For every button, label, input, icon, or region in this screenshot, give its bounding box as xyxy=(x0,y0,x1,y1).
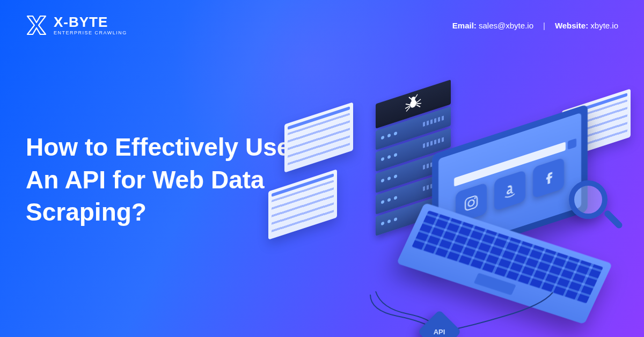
api-wires: API xyxy=(365,289,558,337)
brand-logo: X-BYTE ENTERPRISE CRAWLING xyxy=(26,15,127,35)
website-label: Website: xyxy=(555,21,588,30)
amazon-icon xyxy=(494,170,525,211)
spider-icon xyxy=(404,92,422,115)
svg-point-3 xyxy=(469,199,474,207)
main-content: How to Effectively Use An API for Web Da… xyxy=(0,35,644,324)
brand-name: X-BYTE xyxy=(54,15,127,29)
email-label: Email: xyxy=(452,21,477,30)
hero-illustration: API xyxy=(301,86,633,337)
contact-info: Email: sales@xbyte.io | Website: xbyte.i… xyxy=(452,21,618,30)
email-value: sales@xbyte.io xyxy=(479,21,533,30)
logo-mark-icon xyxy=(26,15,47,35)
website-value: xbyte.io xyxy=(590,21,618,30)
svg-point-4 xyxy=(474,197,475,199)
data-panel-icon xyxy=(284,102,353,173)
brand-tagline: ENTERPRISE CRAWLING xyxy=(54,31,127,35)
header: X-BYTE ENTERPRISE CRAWLING Email: sales@… xyxy=(0,0,644,35)
separator: | xyxy=(543,21,545,30)
api-badge-label: API xyxy=(434,327,445,335)
magnifier-icon xyxy=(569,180,623,234)
facebook-icon xyxy=(533,157,564,199)
